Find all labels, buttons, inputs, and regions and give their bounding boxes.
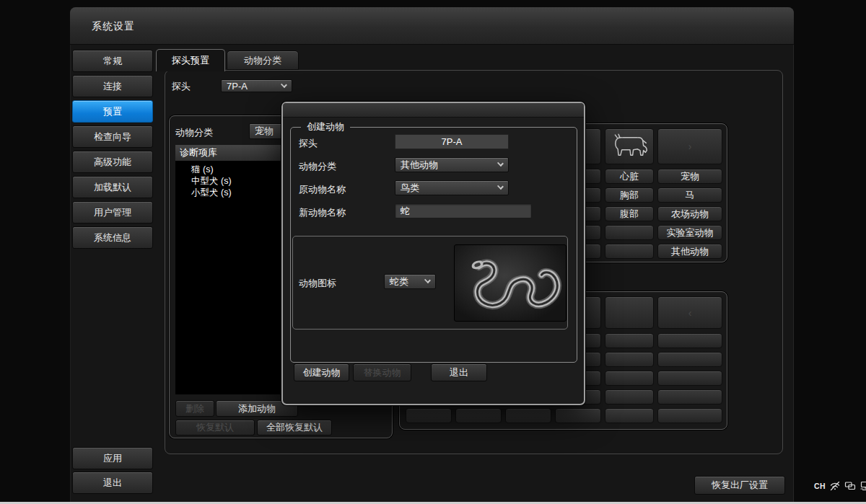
exam-button[interactable]: [605, 244, 654, 259]
exam-button[interactable]: [406, 408, 452, 423]
dialog-title: 创建动物: [301, 120, 350, 133]
animal-category-select-value: 宠物: [255, 125, 274, 138]
snake-image: [455, 244, 566, 322]
dialog-probe-label: 探头: [299, 137, 318, 150]
cow-image-button[interactable]: [605, 128, 654, 164]
create-animal-dialog: 创建动物 探头 7P-A 动物分类 其他动物 原动物名称 鸟类 新动物名称 蛇 …: [281, 102, 585, 405]
dialog-icon-label: 动物图标: [299, 277, 336, 290]
dialog-probe-value: 7P-A: [395, 134, 509, 149]
category-button-other-animal[interactable]: 其他动物: [657, 244, 722, 259]
chevron-down-icon: [497, 183, 504, 190]
sidebar-item-general[interactable]: 常规: [72, 50, 153, 72]
category-button[interactable]: [657, 333, 722, 348]
dialog-exit-button[interactable]: 退出: [431, 363, 487, 381]
animal-icon-preview: [454, 244, 567, 322]
sidebar-item-exam-wizard[interactable]: 检查向导: [72, 125, 153, 148]
animal-category-label: 动物分类: [175, 126, 213, 139]
exam-button[interactable]: [605, 371, 654, 386]
chevron-down-icon: [281, 81, 287, 88]
tab-probe-preset[interactable]: 探头预置: [156, 49, 225, 71]
category-button-horse[interactable]: 马: [657, 187, 722, 203]
peripheral-icon: [860, 481, 866, 491]
exam-button[interactable]: [505, 408, 551, 423]
chevron-right-icon: ›: [688, 141, 692, 152]
exam-button-heart[interactable]: 心脏: [605, 169, 654, 184]
exam-button[interactable]: [605, 333, 654, 348]
tab-animal-category[interactable]: 动物分类: [227, 50, 299, 70]
category-button[interactable]: [657, 352, 722, 367]
chevron-down-icon: [424, 277, 431, 283]
category-button-farm-animal[interactable]: 农场动物: [657, 206, 722, 221]
network-status-icon: [829, 481, 841, 491]
probe-select[interactable]: 7P-A: [221, 79, 292, 92]
prev-page-button[interactable]: ‹: [657, 296, 722, 329]
category-button-pet[interactable]: 宠物: [657, 169, 722, 184]
animal-image-button[interactable]: [605, 296, 654, 329]
restore-all-default-button[interactable]: 全部恢复默认: [257, 420, 332, 436]
next-page-button[interactable]: ›: [657, 128, 722, 164]
delete-button[interactable]: 删除: [175, 400, 214, 417]
create-animal-button[interactable]: 创建动物: [294, 363, 349, 381]
animal-icon-select[interactable]: 蛇类: [384, 274, 436, 289]
dialog-orig-name-value: 鸟类: [401, 182, 419, 195]
title-bar: 系统设置: [70, 7, 794, 45]
sidebar-item-preset[interactable]: 预置: [72, 100, 153, 123]
exam-button[interactable]: [605, 389, 654, 404]
category-button[interactable]: [657, 371, 722, 386]
chevron-down-icon: [497, 160, 504, 167]
probe-label: 探头: [172, 80, 191, 93]
exit-button[interactable]: 退出: [72, 472, 153, 494]
dialog-category-label: 动物分类: [299, 160, 336, 173]
exam-button[interactable]: [555, 408, 601, 423]
exam-button[interactable]: [455, 408, 502, 423]
exam-button[interactable]: [605, 225, 654, 240]
chevron-left-icon: ‹: [688, 307, 692, 319]
probe-select-value: 7P-A: [227, 81, 248, 92]
cow-icon: [609, 132, 650, 161]
factory-reset-button[interactable]: 恢复出厂设置: [694, 476, 785, 495]
dialog-orig-name-select[interactable]: 鸟类: [395, 180, 509, 195]
animal-icon-value: 蛇类: [390, 275, 408, 288]
sidebar-item-advanced[interactable]: 高级功能: [72, 151, 153, 173]
sidebar-item-connection[interactable]: 连接: [72, 75, 153, 97]
replace-animal-button[interactable]: 替换动物: [353, 363, 411, 381]
restore-default-button[interactable]: 恢复默认: [175, 420, 255, 436]
dialog-category-select[interactable]: 其他动物: [395, 157, 509, 172]
category-button[interactable]: [657, 408, 722, 423]
language-indicator: CH: [814, 482, 826, 490]
exam-button[interactable]: [605, 408, 654, 423]
sidebar-item-system-info[interactable]: 系统信息: [72, 226, 153, 249]
exam-button-chest[interactable]: 胸部: [605, 187, 654, 203]
dialog-new-name-label: 新动物名称: [299, 206, 346, 219]
category-button[interactable]: [657, 389, 722, 404]
new-animal-name-input[interactable]: 蛇: [395, 203, 532, 218]
category-button-lab-animal[interactable]: 实验室动物: [657, 225, 722, 240]
dialog-category-value: 其他动物: [401, 159, 438, 172]
sidebar: 常规 连接 预置 检查向导 高级功能 加载默认 用户管理 系统信息: [72, 50, 153, 249]
screen: 系统设置 常规 连接 预置 检查向导 高级功能 加载默认 用户管理 系统信息 应…: [0, 0, 866, 504]
exam-button[interactable]: [605, 352, 654, 367]
apply-button[interactable]: 应用: [72, 447, 153, 469]
exam-button-abdomen[interactable]: 腹部: [605, 206, 654, 221]
status-bar: CH: [814, 481, 866, 491]
dialog-title-bar: [283, 103, 584, 118]
page-title: 系统设置: [92, 7, 135, 45]
sidebar-item-user-management[interactable]: 用户管理: [72, 201, 153, 224]
dual-display-icon: [844, 481, 856, 491]
dialog-orig-name-label: 原动物名称: [299, 183, 346, 196]
sidebar-item-load-default[interactable]: 加载默认: [72, 176, 153, 198]
